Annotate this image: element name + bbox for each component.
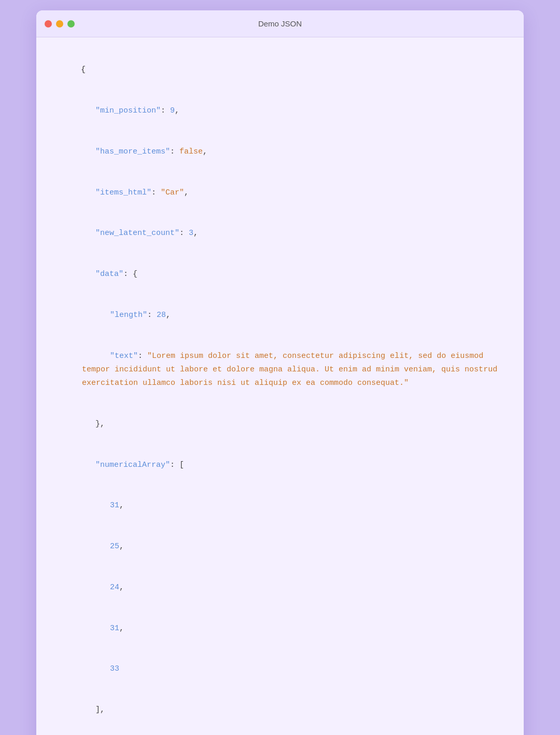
line-has-more-items: "has_more_items": false, (53, 132, 507, 173)
traffic-lights (45, 20, 75, 27)
line-num-31b: 31, (53, 608, 507, 649)
line-data-length: "length": 28, (53, 295, 507, 336)
maximize-button[interactable] (67, 20, 75, 27)
line-open-brace: { (53, 50, 507, 91)
line-num-25: 25, (53, 526, 507, 567)
line-new-latent-count: "new_latent_count": 3, (53, 213, 507, 254)
line-num-33: 33 (53, 649, 507, 690)
line-data-open: "data": { (53, 254, 507, 295)
window-title: Demo JSON (258, 19, 302, 28)
line-items-html: "items_html": "Car", (53, 172, 507, 213)
line-min-position: "min_position": 9, (53, 91, 507, 132)
line-data-text: "text": "Lorem ipsum dolor sit amet, con… (53, 336, 507, 404)
titlebar: Demo JSON (36, 10, 524, 37)
json-content: { "min_position": 9, "has_more_items": f… (36, 37, 524, 735)
line-num-31a: 31, (53, 486, 507, 526)
close-button[interactable] (45, 20, 52, 27)
minimize-button[interactable] (56, 20, 63, 27)
app-window: Demo JSON { "min_position": 9, "has_more… (36, 10, 524, 735)
line-numerical-array-open: "numericalArray": [ (53, 445, 507, 486)
line-string-array-open: "StringArray": [ (53, 731, 507, 736)
line-numerical-array-close: ], (53, 690, 507, 731)
line-data-close: }, (53, 404, 507, 445)
line-num-24: 24, (53, 567, 507, 608)
